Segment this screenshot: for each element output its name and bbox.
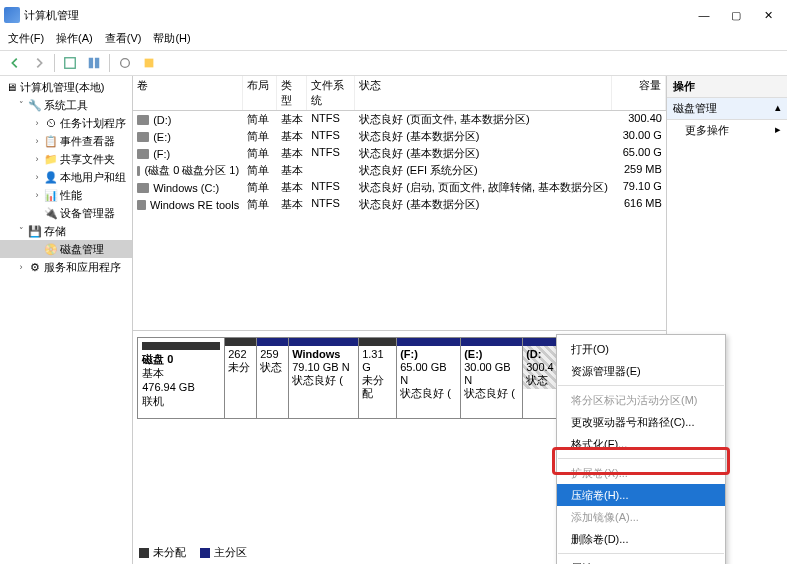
col-status[interactable]: 状态	[355, 76, 612, 110]
context-menu-item: 扩展卷(X)...	[557, 462, 725, 484]
volume-icon	[137, 115, 149, 125]
col-volume[interactable]: 卷	[133, 76, 243, 110]
tree-task-scheduler[interactable]: ›⏲任务计划程序	[0, 114, 132, 132]
svg-rect-0	[65, 58, 76, 69]
disk-status: 联机	[142, 394, 220, 408]
tree-storage[interactable]: ˅💾存储	[0, 222, 132, 240]
log-icon: 📋	[44, 134, 58, 148]
volume-row[interactable]: (D:)简单基本NTFS状态良好 (页面文件, 基本数据分区)300.40	[133, 111, 666, 128]
view-button[interactable]	[83, 52, 105, 74]
context-menu-item[interactable]: 删除卷(D)...	[557, 528, 725, 550]
volume-icon	[137, 183, 149, 193]
partition[interactable]: (E:)30.00 GB N状态良好 (	[461, 337, 523, 419]
svg-rect-1	[89, 58, 93, 69]
volume-header: 卷 布局 类型 文件系统 状态 容量	[133, 76, 666, 111]
collapse-icon: ▴	[775, 101, 781, 116]
volume-row[interactable]: (磁盘 0 磁盘分区 1)简单基本状态良好 (EFI 系统分区)259 MB	[133, 162, 666, 179]
context-menu-item[interactable]: 打开(O)	[557, 338, 725, 360]
tree-performance[interactable]: ›📊性能	[0, 186, 132, 204]
menu-action[interactable]: 操作(A)	[52, 30, 97, 50]
clock-icon: ⏲	[44, 116, 58, 130]
disk-label: 磁盘 0	[142, 352, 220, 366]
partition[interactable]: Windows79.10 GB N状态良好 (	[289, 337, 359, 419]
context-menu-item: 将分区标记为活动分区(M)	[557, 389, 725, 411]
menu-bar: 文件(F) 操作(A) 查看(V) 帮助(H)	[0, 30, 787, 50]
back-button[interactable]	[4, 52, 26, 74]
col-layout[interactable]: 布局	[243, 76, 277, 110]
tree-local-users[interactable]: ›👤本地用户和组	[0, 168, 132, 186]
context-menu-item: 添加镜像(A)...	[557, 506, 725, 528]
col-capacity[interactable]: 容量	[612, 76, 666, 110]
context-menu-item[interactable]: 资源管理器(E)	[557, 360, 725, 382]
context-menu[interactable]: 打开(O)资源管理器(E)将分区标记为活动分区(M)更改驱动器号和路径(C)..…	[556, 334, 726, 564]
app-icon	[4, 7, 20, 23]
disk-icon: 📀	[44, 242, 58, 256]
tree-root[interactable]: 🖥计算机管理(本地)	[0, 78, 132, 96]
menu-view[interactable]: 查看(V)	[101, 30, 146, 50]
col-filesystem[interactable]: 文件系统	[307, 76, 355, 110]
folder-icon: 📁	[44, 152, 58, 166]
more-actions[interactable]: 更多操作▸	[667, 120, 787, 141]
partition[interactable]: (F:)65.00 GB N状态良好 (	[397, 337, 461, 419]
services-icon: ⚙	[28, 260, 42, 274]
toolbar	[0, 50, 787, 76]
maximize-button[interactable]: ▢	[729, 9, 743, 22]
wrench-icon: 🔧	[28, 98, 42, 112]
navigation-tree[interactable]: 🖥计算机管理(本地) ˅🔧系统工具 ›⏲任务计划程序 ›📋事件查看器 ›📁共享文…	[0, 76, 133, 564]
volume-list[interactable]: 卷 布局 类型 文件系统 状态 容量 (D:)简单基本NTFS状态良好 (页面文…	[133, 76, 666, 330]
partition[interactable]: 262未分	[225, 337, 257, 419]
volume-icon	[137, 200, 146, 210]
volume-row[interactable]: Windows RE tools简单基本NTFS状态良好 (基本数据分区)616…	[133, 196, 666, 213]
actions-section[interactable]: 磁盘管理▴	[667, 98, 787, 120]
title-bar: 计算机管理 — ▢ ✕	[0, 0, 787, 30]
volume-row[interactable]: Windows (C:)简单基本NTFS状态良好 (启动, 页面文件, 故障转储…	[133, 179, 666, 196]
close-button[interactable]: ✕	[761, 9, 775, 22]
context-menu-item[interactable]: 属性(P)	[557, 557, 725, 564]
refresh-button[interactable]	[59, 52, 81, 74]
tree-event-viewer[interactable]: ›📋事件查看器	[0, 132, 132, 150]
properties-button[interactable]	[114, 52, 136, 74]
disk-type: 基本	[142, 366, 220, 380]
context-menu-item[interactable]: 压缩卷(H)...	[557, 484, 725, 506]
volume-icon	[137, 132, 149, 142]
computer-icon: 🖥	[4, 80, 18, 94]
volume-icon	[137, 149, 149, 159]
svg-point-3	[121, 59, 130, 68]
legend: 未分配 主分区	[139, 545, 247, 560]
storage-icon: 💾	[28, 224, 42, 238]
window-title: 计算机管理	[24, 8, 697, 23]
menu-help[interactable]: 帮助(H)	[149, 30, 194, 50]
disk-info[interactable]: 磁盘 0 基本 476.94 GB 联机	[137, 337, 225, 419]
chevron-right-icon: ▸	[775, 123, 781, 138]
actions-header: 操作	[667, 76, 787, 98]
volume-row[interactable]: (E:)简单基本NTFS状态良好 (基本数据分区)30.00 G	[133, 128, 666, 145]
volume-icon	[137, 166, 140, 176]
col-type[interactable]: 类型	[277, 76, 307, 110]
tree-services[interactable]: ›⚙服务和应用程序	[0, 258, 132, 276]
menu-file[interactable]: 文件(F)	[4, 30, 48, 50]
context-menu-item[interactable]: 格式化(F)...	[557, 433, 725, 455]
user-icon: 👤	[44, 170, 58, 184]
device-icon: 🔌	[44, 206, 58, 220]
tree-device-manager[interactable]: 🔌设备管理器	[0, 204, 132, 222]
tree-shared-folders[interactable]: ›📁共享文件夹	[0, 150, 132, 168]
svg-rect-4	[145, 59, 154, 68]
svg-rect-2	[95, 58, 99, 69]
partition[interactable]: 1.31 G未分配	[359, 337, 397, 419]
tree-disk-management[interactable]: 📀磁盘管理	[0, 240, 132, 258]
forward-button[interactable]	[28, 52, 50, 74]
volume-row[interactable]: (F:)简单基本NTFS状态良好 (基本数据分区)65.00 G	[133, 145, 666, 162]
tree-system-tools[interactable]: ˅🔧系统工具	[0, 96, 132, 114]
partition[interactable]: 259状态	[257, 337, 289, 419]
minimize-button[interactable]: —	[697, 9, 711, 22]
help-button[interactable]	[138, 52, 160, 74]
disk-size: 476.94 GB	[142, 380, 220, 394]
context-menu-item[interactable]: 更改驱动器号和路径(C)...	[557, 411, 725, 433]
perf-icon: 📊	[44, 188, 58, 202]
